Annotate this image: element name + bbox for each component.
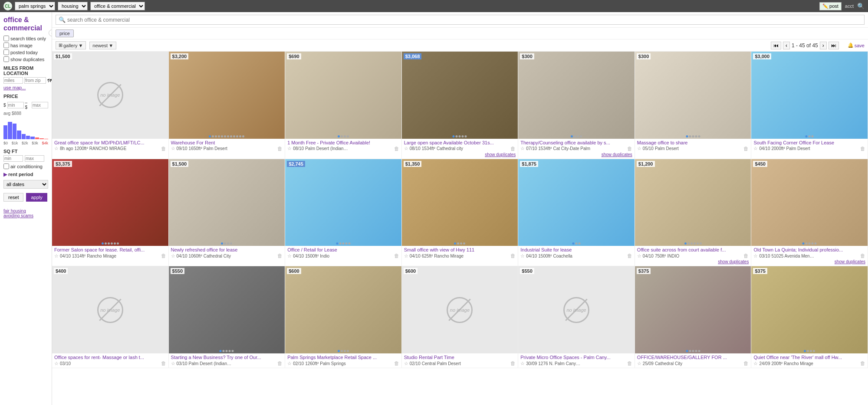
- listing-title[interactable]: Warehouse For Rent: [171, 140, 283, 145]
- zip-input[interactable]: [24, 77, 46, 84]
- favorite-icon[interactable]: ☆: [171, 361, 175, 366]
- last-page-button[interactable]: ⏭: [829, 42, 839, 49]
- delete-icon[interactable]: 🗑: [743, 253, 749, 259]
- fair-housing-link[interactable]: fair housing: [3, 209, 48, 213]
- sqft-max-input[interactable]: [25, 155, 44, 162]
- favorite-icon[interactable]: ☆: [753, 146, 758, 151]
- favorite-icon[interactable]: ☆: [171, 253, 175, 259]
- delete-icon[interactable]: 🗑: [860, 360, 865, 366]
- search-icon-top[interactable]: 🔍: [857, 3, 865, 10]
- delete-icon[interactable]: 🗑: [394, 253, 399, 259]
- date-select[interactable]: all dates today this week: [3, 180, 48, 189]
- map-icon[interactable]: 🗺: [47, 78, 52, 83]
- listing-card[interactable]: $450Old Town La Quinta; Individual profe…: [751, 159, 868, 267]
- favorite-icon[interactable]: ☆: [753, 361, 758, 366]
- delete-icon[interactable]: 🗑: [627, 360, 632, 366]
- listing-title[interactable]: Starting a New Business? Try one of Our.…: [171, 355, 283, 360]
- category1-select[interactable]: housing: [58, 2, 88, 10]
- search-titles-filter[interactable]: search titles only: [3, 36, 48, 41]
- listing-title[interactable]: Therapy/Counseling office available by s…: [520, 140, 632, 145]
- listing-title[interactable]: OFFICE/WAREHOUSE/GALLERY FOR ...: [637, 355, 749, 360]
- air-conditioning-checkbox[interactable]: [3, 163, 9, 169]
- delete-icon[interactable]: 🗑: [161, 360, 166, 366]
- listing-title[interactable]: 1 Month Free - Private Office Available!: [287, 140, 399, 145]
- delete-icon[interactable]: 🗑: [277, 253, 283, 259]
- search-titles-checkbox[interactable]: [3, 36, 9, 41]
- favorite-icon[interactable]: ☆: [54, 361, 59, 366]
- favorite-icon[interactable]: ☆: [637, 253, 641, 259]
- listing-card[interactable]: $550Starting a New Business? Try one of …: [169, 266, 286, 368]
- save-button[interactable]: 🔔 save: [848, 42, 865, 48]
- miles-input[interactable]: [3, 77, 23, 84]
- sidebar-collapse-button[interactable]: ‹: [49, 29, 52, 36]
- air-conditioning-filter[interactable]: air conditioning: [3, 163, 48, 169]
- favorite-icon[interactable]: ☆: [520, 361, 525, 366]
- favorite-icon[interactable]: ☆: [287, 361, 292, 366]
- has-image-checkbox[interactable]: [3, 42, 9, 48]
- favorite-icon[interactable]: ☆: [637, 361, 641, 366]
- listing-title[interactable]: Palm Springs Marketplace Retail Space ..…: [287, 355, 399, 360]
- listing-card[interactable]: $375Quiet Office near 'The River' mall o…: [751, 266, 868, 368]
- show-duplicates-filter[interactable]: show duplicates: [3, 56, 48, 62]
- listing-title[interactable]: Old Town La Quinta; Individual professio…: [753, 247, 865, 252]
- listing-card[interactable]: no image$1,500Great office space for MD/…: [52, 52, 169, 159]
- delete-icon[interactable]: 🗑: [277, 146, 283, 152]
- delete-icon[interactable]: 🗑: [161, 146, 166, 152]
- posted-today-filter[interactable]: posted today: [3, 49, 48, 55]
- show-duplicates-checkbox[interactable]: [3, 56, 9, 62]
- delete-icon[interactable]: 🗑: [510, 146, 516, 152]
- listing-title[interactable]: Office spaces for rent- Massage or lash …: [54, 355, 166, 360]
- listing-card[interactable]: $6901 Month Free - Private Office Availa…: [285, 52, 402, 159]
- post-button[interactable]: ✏️ post: [819, 2, 842, 10]
- listing-card[interactable]: no image$550Private Micro Office Spaces …: [518, 266, 635, 368]
- favorite-icon[interactable]: ☆: [287, 146, 292, 151]
- posted-today-checkbox[interactable]: [3, 49, 9, 55]
- cl-logo[interactable]: CL: [3, 2, 12, 10]
- delete-icon[interactable]: 🗑: [394, 360, 399, 366]
- listing-card[interactable]: $300Massage office to share☆05/10Palm De…: [635, 52, 752, 159]
- delete-icon[interactable]: 🗑: [860, 253, 865, 259]
- listing-title[interactable]: Studio Rental Part Time: [404, 355, 516, 360]
- listing-card[interactable]: $600Palm Springs Marketplace Retail Spac…: [285, 266, 402, 368]
- delete-icon[interactable]: 🗑: [743, 360, 749, 366]
- listing-card[interactable]: no image$600Studio Rental Part Time☆02/1…: [402, 266, 519, 368]
- sqft-min-input[interactable]: [3, 155, 23, 162]
- apply-button[interactable]: apply: [26, 193, 47, 202]
- listing-title[interactable]: Massage office to share: [637, 140, 749, 145]
- listing-title[interactable]: Office / Retail for Lease: [287, 247, 399, 252]
- reset-button[interactable]: reset: [3, 193, 23, 202]
- use-map-link[interactable]: use map...: [3, 85, 48, 90]
- listing-title[interactable]: Industrial Suite for lease: [520, 247, 632, 252]
- sort-dropdown[interactable]: newest ▼: [89, 42, 116, 49]
- delete-icon[interactable]: 🗑: [394, 146, 399, 152]
- prev-page-button[interactable]: ‹: [783, 42, 790, 49]
- category2-select[interactable]: office & commercial: [90, 2, 145, 10]
- avoiding-scams-link[interactable]: avoiding scams: [3, 213, 48, 218]
- delete-icon[interactable]: 🗑: [161, 253, 166, 259]
- favorite-icon[interactable]: ☆: [520, 253, 525, 259]
- favorite-icon[interactable]: ☆: [54, 146, 59, 151]
- has-image-filter[interactable]: has image: [3, 42, 48, 48]
- delete-icon[interactable]: 🗑: [277, 360, 283, 366]
- delete-icon[interactable]: 🗑: [743, 146, 749, 152]
- price-max-input[interactable]: [32, 102, 48, 108]
- delete-icon[interactable]: 🗑: [510, 360, 516, 366]
- listing-card[interactable]: $3,200Warehouse For Rent☆09/101650ft²Pal…: [169, 52, 286, 159]
- gallery-dropdown[interactable]: ⊞ gallery ▼: [56, 41, 86, 49]
- listing-title[interactable]: Office suite across from court available…: [637, 247, 749, 252]
- delete-icon[interactable]: 🗑: [627, 253, 632, 259]
- listing-card[interactable]: $2,745Office / Retail for Lease☆04/10150…: [285, 159, 402, 267]
- rent-period-toggle[interactable]: ▶: [3, 172, 8, 177]
- show-duplicates-link[interactable]: show duplicates: [520, 152, 632, 157]
- favorite-icon[interactable]: ☆: [404, 146, 408, 151]
- favorite-icon[interactable]: ☆: [637, 146, 641, 151]
- listing-title[interactable]: Quiet Office near 'The River' mall off H…: [753, 355, 865, 360]
- delete-icon[interactable]: 🗑: [627, 146, 632, 152]
- favorite-icon[interactable]: ☆: [287, 253, 292, 259]
- listing-card[interactable]: $3,068Large open space Available October…: [402, 52, 519, 159]
- favorite-icon[interactable]: ☆: [171, 146, 175, 151]
- listing-card[interactable]: $300Therapy/Counseling office available …: [518, 52, 635, 159]
- listing-title[interactable]: Former Salon space for lease. Retail, of…: [54, 247, 166, 252]
- listing-card[interactable]: $1,350Small office with view of Hwy 111☆…: [402, 159, 519, 267]
- listing-card[interactable]: $375OFFICE/WAREHOUSE/GALLERY FOR ...☆25/…: [635, 266, 752, 368]
